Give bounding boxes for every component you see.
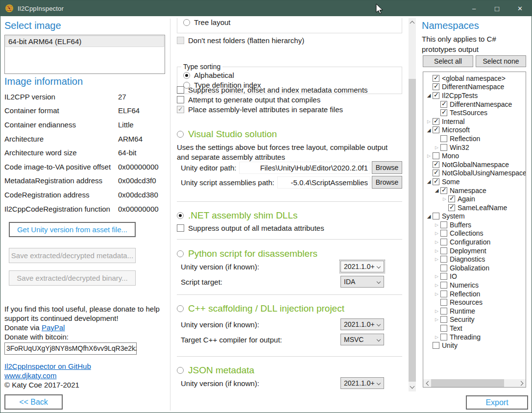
- tree-item[interactable]: Some: [423, 177, 526, 186]
- select-all-button[interactable]: Select all: [423, 55, 473, 67]
- tree-item[interactable]: Unity: [423, 341, 526, 350]
- website-link[interactable]: www.djkaty.com: [4, 371, 56, 380]
- tree-item[interactable]: Configuration: [423, 238, 526, 246]
- vs-solution-option[interactable]: Visual Studio solution: [177, 129, 402, 140]
- compilable-output-checkbox[interactable]: [177, 96, 184, 103]
- tree-checkbox[interactable]: [440, 265, 447, 271]
- tree-expander-icon[interactable]: [433, 283, 440, 288]
- select-none-button[interactable]: Select none: [476, 55, 526, 67]
- tree-item[interactable]: Globalization: [423, 264, 526, 272]
- tree-item[interactable]: Security: [423, 316, 526, 324]
- json-metadata-radio[interactable]: [177, 367, 184, 374]
- tree-expander-icon[interactable]: [433, 309, 440, 314]
- tree-checkbox[interactable]: [440, 316, 447, 323]
- tree-checkbox[interactable]: [440, 256, 447, 263]
- browse-assemblies-path-button[interactable]: Browse: [372, 176, 402, 189]
- tree-checkbox[interactable]: [433, 213, 439, 219]
- unity-editor-path-input[interactable]: Files\Unity\Hub\Editor\2020.2.0f1: [239, 162, 370, 174]
- suppress-comments-option[interactable]: Suppress pointer, offset and index metad…: [177, 86, 402, 94]
- scroll-right-icon[interactable]: [518, 379, 526, 387]
- tree-checkbox[interactable]: [440, 325, 447, 332]
- bitcoin-address-input[interactable]: 3FoRUqUXgYj8NY8sMQfhX6vv9LqR3e2kzz: [4, 342, 137, 355]
- tree-expander-icon[interactable]: [433, 240, 440, 244]
- tree-scrollbar-thumb[interactable]: [431, 379, 504, 387]
- tree-item[interactable]: Threading: [423, 333, 526, 341]
- tree-expander-icon[interactable]: [425, 119, 433, 124]
- back-button[interactable]: << Back: [4, 394, 63, 410]
- tree-item[interactable]: Runtime: [423, 307, 526, 316]
- scroll-down-icon[interactable]: [409, 383, 416, 391]
- tree-checkbox[interactable]: [433, 83, 439, 90]
- tree-checkbox[interactable]: [440, 291, 447, 297]
- shim-dlls-option[interactable]: .NET assembly shim DLLs: [177, 210, 402, 221]
- tree-checkbox[interactable]: [440, 230, 447, 237]
- tree-checkbox[interactable]: [440, 282, 447, 289]
- save-metadata-button[interactable]: Save extracted/decrypted metadata...: [9, 248, 136, 263]
- tree-item[interactable]: SameLeafName: [423, 203, 526, 212]
- tree-item[interactable]: IO: [423, 272, 526, 281]
- tree-checkbox[interactable]: [433, 75, 439, 82]
- cpp-compiler-dropdown[interactable]: MSVC: [340, 334, 384, 345]
- tree-checkbox[interactable]: [440, 144, 447, 151]
- vs-solution-radio[interactable]: [177, 131, 184, 138]
- tree-expander-icon[interactable]: [433, 317, 440, 322]
- get-unity-version-button[interactable]: Get Unity version from asset file...: [9, 222, 136, 237]
- flatten-hierarchy-option[interactable]: Don't nest folders (flatten hierarchy): [177, 36, 402, 45]
- tree-item[interactable]: Resources: [423, 298, 526, 307]
- tree-checkbox[interactable]: [433, 161, 439, 168]
- tree-checkbox[interactable]: [440, 187, 447, 194]
- tree-expander-icon[interactable]: [441, 196, 448, 201]
- separate-files-checkbox[interactable]: [177, 106, 184, 113]
- python-script-radio[interactable]: [177, 250, 184, 257]
- tree-item[interactable]: Buffers: [423, 220, 526, 229]
- tree-expander-icon[interactable]: [425, 93, 433, 98]
- options-scrollbar[interactable]: [409, 18, 416, 391]
- tree-expander-icon[interactable]: [433, 257, 440, 262]
- github-link[interactable]: Il2CppInspector on GitHub: [4, 362, 91, 370]
- export-button[interactable]: Export: [466, 395, 528, 410]
- tree-item[interactable]: Deployment: [423, 246, 526, 255]
- scroll-up-icon[interactable]: [409, 18, 416, 26]
- tree-checkbox[interactable]: [440, 239, 447, 245]
- tree-item[interactable]: TestSources: [423, 108, 526, 117]
- suppress-comments-checkbox[interactable]: [177, 86, 184, 94]
- paypal-link[interactable]: PayPal: [42, 323, 65, 332]
- tree-item[interactable]: Microsoft: [423, 126, 526, 135]
- tree-item[interactable]: DifferentNamespace: [423, 83, 526, 92]
- tree-item[interactable]: Numerics: [423, 281, 526, 290]
- save-binary-button[interactable]: Save extracted/decrypted binary...: [9, 270, 136, 286]
- suppress-metadata-attributes-checkbox[interactable]: [177, 224, 184, 232]
- minimize-button[interactable]: –: [462, 0, 485, 16]
- tree-item[interactable]: Win32: [423, 143, 526, 152]
- tree-item[interactable]: Reflection: [423, 134, 526, 143]
- tree-checkbox[interactable]: [440, 299, 447, 306]
- maximize-button[interactable]: □: [485, 0, 508, 16]
- tree-item[interactable]: Collections: [423, 229, 526, 238]
- tree-item[interactable]: Diagnostics: [423, 255, 526, 264]
- tree-checkbox[interactable]: [440, 273, 447, 280]
- close-button[interactable]: ✕: [508, 0, 532, 16]
- tree-expander-icon[interactable]: [433, 222, 440, 227]
- cpp-unity-version-dropdown[interactable]: 2021.1.0+: [340, 318, 384, 330]
- tree-item[interactable]: Reflection: [423, 290, 526, 298]
- json-unity-version-dropdown[interactable]: 2021.1.0+: [340, 377, 384, 389]
- tree-item[interactable]: NotGlobalUsingNamespace: [423, 169, 526, 178]
- tree-checkbox[interactable]: [440, 101, 447, 108]
- suppress-metadata-attributes-option[interactable]: Suppress output of all metadata attribut…: [177, 224, 402, 232]
- tree-checkbox[interactable]: [433, 118, 439, 125]
- tree-expander-icon[interactable]: [433, 231, 440, 236]
- tree-checkbox[interactable]: [433, 342, 439, 349]
- tree-expander-icon[interactable]: [433, 188, 440, 193]
- compilable-output-option[interactable]: Attempt to generate output that compiles: [177, 96, 402, 104]
- image-list-item[interactable]: 64-bit ARM64 (ELF64): [5, 36, 164, 47]
- image-listbox[interactable]: 64-bit ARM64 (ELF64): [4, 35, 165, 74]
- tree-expander-icon[interactable]: [433, 292, 440, 296]
- tree-expander-icon[interactable]: [425, 153, 433, 158]
- cpp-scaffolding-option[interactable]: C++ scaffolding / DLL injection project: [177, 303, 402, 314]
- alphabetical-radio[interactable]: [183, 72, 190, 79]
- tree-layout-radio[interactable]: [183, 19, 190, 26]
- tree-checkbox[interactable]: [448, 195, 455, 202]
- tree-item[interactable]: Namespace: [423, 186, 526, 195]
- tree-checkbox[interactable]: [440, 308, 447, 315]
- tree-checkbox[interactable]: [433, 152, 439, 159]
